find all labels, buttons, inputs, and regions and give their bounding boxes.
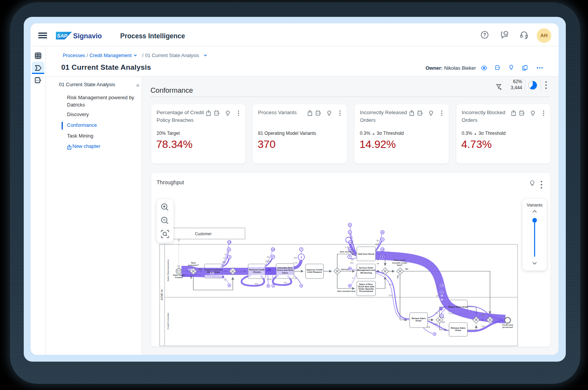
svg-text:Customer: Customer [195,232,212,236]
svg-text:28338: 28338 [265,260,271,262]
svg-text:298: 298 [441,321,445,323]
svg-text:limit?: limit? [397,264,403,266]
svg-text:Order-Specific: Order-Specific [359,288,374,290]
svg-text:9: 9 [355,254,356,256]
svg-text:182: 182 [482,313,485,316]
svg-text:13: 13 [349,241,352,243]
svg-text:77: 77 [351,236,353,239]
svg-text:447: 447 [284,282,287,284]
svg-text:2k: 2k [437,285,439,287]
svg-text:Sales Representative: Sales Representative [167,259,169,282]
svg-text:9: 9 [225,253,226,256]
svg-text:13: 13 [228,241,231,243]
svg-text:34: 34 [441,295,443,297]
svg-text:Sell from Stock: Sell from Stock [358,253,374,255]
svg-text:1.9k: 1.9k [188,268,193,270]
svg-text:1: 1 [301,256,302,259]
svg-text:Credit Controller: Credit Controller [167,313,169,329]
svg-text:Reject Sales Order: Reject Sales Order [448,306,468,308]
svg-text:1-3k: 1-3k [230,269,235,271]
svg-text:?: ? [483,32,486,38]
svg-text:Order: Order [455,329,462,331]
svg-text:115: 115 [294,257,297,259]
svg-text:34: 34 [377,259,379,261]
svg-text:No: No [190,275,192,279]
svg-text:44: 44 [351,259,353,261]
svg-text:Create Customer: Create Customer [204,269,222,271]
svg-text:Perform Credit: Perform Credit [249,269,265,271]
svg-text:2.1k: 2.1k [210,272,214,274]
svg-text:12: 12 [224,279,226,281]
svg-text:108: 108 [426,326,430,328]
svg-text:Approve Credit: Approve Credit [307,269,323,271]
svg-text:Review Sales: Review Sales [412,317,426,320]
svg-text:Sales order: Sales order [394,259,406,261]
svg-text:No: No [405,268,408,270]
svg-text:Class: Class [282,272,288,274]
svg-text:38: 38 [441,298,443,301]
svg-text:customer?: customer? [188,264,199,266]
svg-text:10: 10 [349,248,351,251]
svg-text:1.8k: 1.8k [266,268,271,271]
svg-text:1.4k: 1.4k [293,262,297,264]
svg-text:Yes: Yes [198,268,202,270]
svg-text:Yes: Yes [397,275,399,279]
svg-text:48: 48 [377,262,379,265]
svg-text:152: 152 [350,262,353,264]
svg-text:12: 12 [441,284,443,287]
svg-text:Stock Item with: Stock Item with [358,285,374,288]
svg-text:Calculate Risk: Calculate Risk [278,267,293,269]
svg-text:164: 164 [436,295,439,297]
svg-text:12: 12 [381,248,384,251]
svg-text:SAP: SAP [57,33,67,39]
svg-text:113: 113 [389,294,392,297]
svg-text:563: 563 [482,325,485,328]
svg-text:38: 38 [376,239,379,242]
svg-text:Created: Created [175,276,183,279]
svg-text:5: 5 [352,277,353,279]
svg-text:493: 493 [255,283,258,285]
svg-text:Procurement: Procurement [359,290,373,292]
svg-text:298: 298 [375,243,379,246]
svg-text:Release Sales: Release Sales [451,327,466,329]
svg-text:44: 44 [267,256,269,258]
svg-text:Non-stocked item: Non-stocked item [338,290,356,292]
svg-text:92: 92 [435,312,438,314]
svg-text:2418: 2418 [267,278,271,280]
svg-text:1.4k: 1.4k [345,246,349,248]
svg-text:Score and Risk: Score and Risk [277,269,294,271]
svg-text:Sales of Non-: Sales of Non- [359,283,373,285]
svg-text:ACME Inc: ACME Inc [160,289,163,300]
svg-text:Order: Order [416,320,422,322]
svg-text:77: 77 [223,257,225,259]
svg-text:New: New [191,262,196,264]
svg-text:97: 97 [295,277,297,280]
svg-text:10: 10 [272,248,274,251]
svg-text:11: 11 [441,291,443,293]
svg-text:169: 169 [434,323,438,325]
svg-text:processed: processed [503,326,513,328]
svg-text:Checks: Checks [253,271,261,273]
svg-text:Service Order: Service Order [359,267,374,269]
svg-text:11: 11 [381,231,384,233]
svg-text:exceeds credit: exceeds credit [392,262,407,264]
svg-text:Monitoring: Monitoring [361,272,372,274]
svg-text:Management and: Management and [357,269,376,271]
svg-text:438: 438 [222,261,225,263]
svg-text:Limit Request: Limit Request [307,271,322,273]
svg-text:174: 174 [389,283,392,286]
